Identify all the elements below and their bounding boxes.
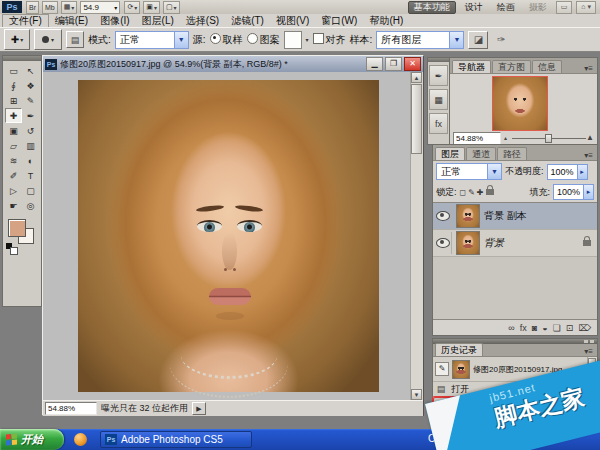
menu-layer[interactable]: 图层(L): [136, 15, 180, 27]
layer-row-background[interactable]: 背景: [433, 230, 597, 257]
workspace-design-button[interactable]: 设计: [460, 2, 488, 13]
menu-image[interactable]: 图像(I): [94, 15, 135, 27]
tool-history-brush[interactable]: ↺: [22, 123, 39, 138]
foreground-color-swatch[interactable]: [8, 219, 26, 237]
lock-all-icon[interactable]: [486, 189, 494, 195]
layer-group-icon[interactable]: ❏: [553, 323, 561, 333]
launch-mini-bridge-button[interactable]: Mb: [42, 1, 58, 14]
pattern-picker[interactable]: [284, 31, 302, 49]
sample-layers-select[interactable]: 所有图层▼: [376, 31, 464, 49]
slider-thumb[interactable]: [545, 134, 552, 143]
tab-navigator[interactable]: 导航器: [452, 60, 491, 73]
dock-grip[interactable]: [428, 58, 449, 62]
tool-path-selection[interactable]: ▷: [5, 183, 22, 198]
lock-position-icon[interactable]: ✚: [477, 188, 484, 197]
styles-panel-icon[interactable]: fx: [429, 113, 448, 134]
layer-blend-mode-select[interactable]: 正常▼: [436, 163, 502, 180]
adjustment-layer-icon[interactable]: ◒: [542, 323, 547, 333]
tab-history[interactable]: 历史记录: [435, 343, 483, 356]
source-pattern-radio[interactable]: 图案: [247, 33, 280, 47]
quick-launch-icon[interactable]: [74, 433, 87, 446]
view-extras-button[interactable]: ▦▾: [61, 1, 78, 14]
layer-mask-icon[interactable]: ◙: [532, 323, 537, 333]
navigator-zoom-field[interactable]: 54.88%: [453, 132, 501, 145]
tab-channels[interactable]: 通道: [466, 147, 496, 160]
cs-live-button-1[interactable]: ▭: [556, 1, 573, 14]
tool-hand[interactable]: ☛: [5, 198, 22, 213]
screen-mode-button[interactable]: ▢▾: [163, 1, 180, 14]
arrange-documents-button[interactable]: ▣▾: [143, 1, 160, 14]
tool-dodge[interactable]: ◐: [22, 153, 39, 168]
layer-style-icon[interactable]: fx: [520, 323, 527, 333]
scroll-up-icon[interactable]: ▲: [411, 72, 422, 83]
layer-thumbnail[interactable]: [456, 204, 480, 228]
scrollbar-thumb[interactable]: [411, 84, 422, 154]
tool-rectangular-marquee[interactable]: ▭: [5, 63, 22, 78]
menu-edit[interactable]: 编辑(E): [49, 15, 94, 27]
close-button[interactable]: ✕: [404, 57, 421, 71]
tab-histogram[interactable]: 直方图: [492, 60, 531, 73]
tablet-pressure-button[interactable]: ✑: [492, 32, 510, 48]
aligned-checkbox[interactable]: 对齐: [313, 33, 346, 47]
status-flyout-button[interactable]: ▶: [192, 402, 206, 415]
visibility-toggle[interactable]: [435, 232, 452, 254]
opacity-field[interactable]: 100%▸: [547, 164, 588, 180]
visibility-toggle[interactable]: [435, 205, 452, 227]
tool-pen[interactable]: ✐: [5, 168, 22, 183]
history-brush-source-icon[interactable]: ✎: [435, 362, 449, 376]
menu-window[interactable]: 窗口(W): [315, 15, 363, 27]
panel-menu-icon[interactable]: ▾≡: [584, 347, 595, 356]
menu-view[interactable]: 视图(V): [270, 15, 315, 27]
document-canvas[interactable]: ▲ ▼: [43, 72, 423, 400]
new-layer-icon[interactable]: ⊡: [566, 323, 574, 333]
cs-live-button-2[interactable]: ⌂ ▾: [576, 1, 596, 14]
delete-layer-icon[interactable]: ⌦: [578, 323, 591, 333]
status-zoom-field[interactable]: 54.88%: [45, 402, 97, 415]
start-button[interactable]: 开始: [0, 429, 64, 450]
tool-rectangle-shape[interactable]: ▢: [22, 183, 39, 198]
workspace-essentials-button[interactable]: 基本功能: [408, 1, 456, 14]
layer-row-background-copy[interactable]: 背景 副本: [433, 203, 597, 230]
tool-blur[interactable]: ≋: [5, 153, 22, 168]
swatches-panel-icon[interactable]: ▦: [429, 89, 448, 110]
tool-healing-brush[interactable]: ✚: [5, 108, 22, 123]
tool-zoom[interactable]: ◎: [22, 198, 39, 213]
tool-quick-selection[interactable]: ❖: [22, 78, 39, 93]
zoom-out-icon[interactable]: ▴: [504, 134, 507, 141]
vertical-scrollbar[interactable]: ▲ ▼: [410, 72, 423, 400]
tab-info[interactable]: 信息: [532, 60, 562, 73]
tool-brush[interactable]: ✒: [22, 108, 39, 123]
workspace-painting-button[interactable]: 绘画: [492, 2, 520, 13]
scroll-down-icon[interactable]: ▼: [411, 389, 422, 400]
link-layers-icon[interactable]: ∞: [508, 323, 514, 333]
lock-transparency-icon[interactable]: ◻: [460, 188, 467, 197]
ignore-adjustment-layers-button[interactable]: ◪: [468, 31, 488, 49]
navigator-proxy-view[interactable]: [492, 76, 548, 131]
zoom-level-field[interactable]: 54.9▾: [80, 1, 120, 14]
layer-thumbnail[interactable]: [456, 231, 480, 255]
toggle-panels-button[interactable]: ▤: [66, 31, 84, 48]
layer-name[interactable]: 背景 副本: [484, 209, 595, 223]
zoom-in-icon[interactable]: ▲: [586, 133, 594, 142]
navigator-zoom-slider[interactable]: ▴ ▲: [504, 133, 594, 143]
brush-preset-picker[interactable]: ▾: [34, 29, 62, 50]
tool-move[interactable]: ↖: [22, 63, 39, 78]
menu-filter[interactable]: 滤镜(T): [225, 15, 270, 27]
tab-layers[interactable]: 图层: [435, 147, 465, 160]
lock-pixels-icon[interactable]: ✎: [468, 188, 475, 197]
brushes-panel-icon[interactable]: ✒: [429, 65, 448, 86]
menu-file[interactable]: 文件(F): [2, 14, 49, 28]
menu-select[interactable]: 选择(S): [180, 15, 225, 27]
default-colors-icon[interactable]: [6, 243, 16, 253]
fill-field[interactable]: 100%▸: [553, 184, 594, 200]
rotate-view-button[interactable]: ⟳▾: [124, 1, 140, 14]
tool-clone-stamp[interactable]: ▣: [5, 123, 22, 138]
menu-help[interactable]: 帮助(H): [363, 15, 409, 27]
workspace-photography-button[interactable]: 摄影: [524, 2, 552, 13]
launch-bridge-button[interactable]: Br: [26, 1, 39, 14]
tool-eyedropper[interactable]: ✎: [22, 93, 39, 108]
tab-paths[interactable]: 路径: [497, 147, 527, 160]
current-tool-preset[interactable]: ✚▾: [4, 29, 30, 50]
restore-button[interactable]: ❐: [385, 57, 402, 71]
tool-lasso[interactable]: ∮: [5, 78, 22, 93]
